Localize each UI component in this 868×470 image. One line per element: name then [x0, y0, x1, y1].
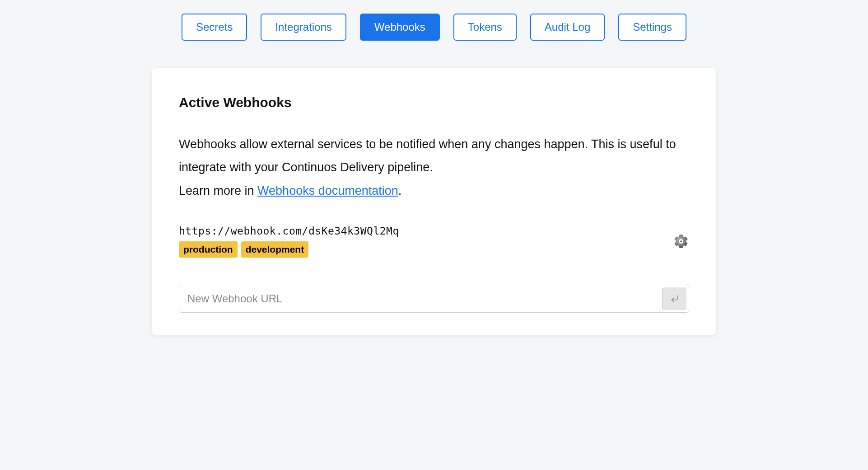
tab-integrations[interactable]: Integrations — [261, 14, 346, 41]
description-text-2-suffix: . — [398, 184, 402, 197]
submit-webhook-button[interactable] — [662, 287, 686, 310]
webhook-info: https://webhook.com/dsKe34k3WQl2Mq produ… — [179, 225, 399, 258]
new-webhook-input[interactable] — [179, 285, 660, 312]
tab-settings[interactable]: Settings — [618, 14, 686, 41]
documentation-link[interactable]: Webhooks documentation — [257, 184, 398, 197]
tab-webhooks[interactable]: Webhooks — [360, 14, 440, 41]
webhooks-panel: Active Webhooks Webhooks allow external … — [152, 68, 716, 335]
tag-production: production — [179, 241, 238, 258]
webhook-url: https://webhook.com/dsKe34k3WQl2Mq — [179, 225, 399, 237]
tab-tokens[interactable]: Tokens — [453, 14, 517, 41]
webhook-item: https://webhook.com/dsKe34k3WQl2Mq produ… — [179, 225, 689, 258]
tag-development: development — [241, 241, 309, 258]
description-text-1: Webhooks allow external services to be n… — [179, 137, 676, 174]
tab-audit-log[interactable]: Audit Log — [530, 14, 605, 41]
tab-secrets[interactable]: Secrets — [182, 14, 247, 41]
description-text-2-prefix: Learn more in — [179, 184, 257, 197]
svg-point-0 — [680, 240, 682, 242]
webhook-settings-button[interactable] — [673, 233, 689, 249]
gear-icon — [673, 233, 689, 249]
panel-title: Active Webhooks — [179, 95, 689, 110]
panel-description: Webhooks allow external services to be n… — [179, 133, 689, 202]
tabs-nav: Secrets Integrations Webhooks Tokens Aud… — [0, 14, 868, 41]
enter-arrow-icon — [670, 294, 679, 303]
webhook-tags: production development — [179, 241, 399, 258]
new-webhook-row — [179, 285, 689, 313]
